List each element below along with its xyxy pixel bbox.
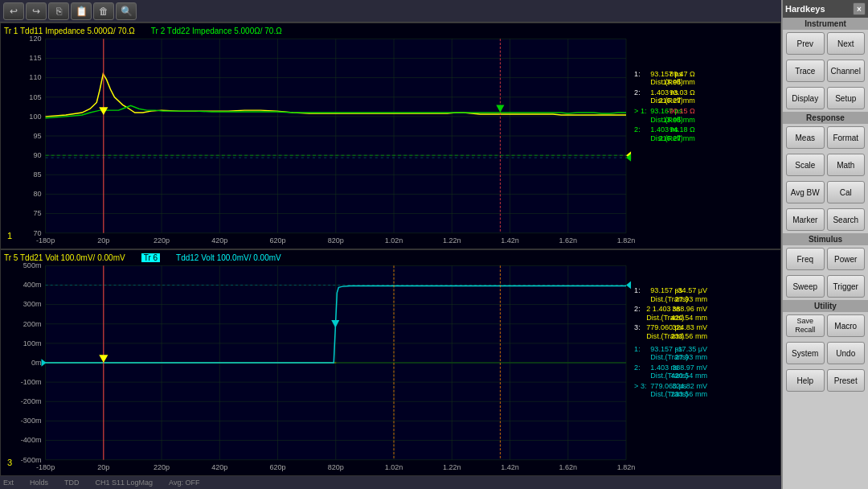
svg-text:20p: 20p bbox=[97, 463, 109, 471]
svg-text:-500m: -500m bbox=[21, 456, 42, 464]
svg-text:-90.15 Ω: -90.15 Ω bbox=[667, 107, 695, 115]
svg-text:100m: 100m bbox=[23, 339, 42, 347]
toolbar-undo[interactable]: ↩ bbox=[3, 2, 24, 20]
svg-text:1:: 1: bbox=[634, 70, 641, 78]
svg-text:2:: 2: bbox=[634, 364, 641, 372]
freq-button[interactable]: Freq bbox=[786, 248, 825, 270]
svg-text:420.54 mm: 420.54 mm bbox=[671, 314, 707, 322]
chart2-header: Tr 5 Tdd21 Volt 100.0mV/ 0.00mV Tr 6 Tdd… bbox=[4, 253, 777, 262]
svg-text:3: 3 bbox=[7, 458, 12, 468]
svg-text:85: 85 bbox=[33, 171, 41, 179]
hardkeys-close-button[interactable]: × bbox=[853, 2, 866, 15]
svg-text:94.18 Ω: 94.18 Ω bbox=[669, 125, 695, 134]
svg-text:200m: 200m bbox=[23, 320, 42, 328]
marker-row: Marker Search bbox=[783, 206, 868, 233]
utility-row3: Help Preset bbox=[783, 367, 868, 394]
instrument-row3: Display Setup bbox=[783, 84, 868, 112]
svg-text:80: 80 bbox=[33, 190, 41, 198]
hardkeys-panel: Hardkeys × Instrument Prev Next Trace Ch… bbox=[781, 0, 868, 489]
status-ext: Ext bbox=[3, 479, 14, 487]
scale-button[interactable]: Scale bbox=[786, 154, 825, 176]
svg-text:> 3:: > 3: bbox=[634, 382, 646, 390]
svg-text:1.62n: 1.62n bbox=[559, 463, 577, 471]
svg-text:220p: 220p bbox=[154, 236, 170, 244]
svg-text:1.42n: 1.42n bbox=[501, 236, 519, 244]
svg-text:-100m: -100m bbox=[21, 378, 42, 386]
prev-button[interactable]: Prev bbox=[786, 32, 825, 55]
marker-button[interactable]: Marker bbox=[786, 208, 825, 231]
math-button[interactable]: Math bbox=[827, 154, 866, 176]
toolbar-paste[interactable]: 📋 bbox=[71, 2, 92, 20]
macro-button[interactable]: Macro bbox=[827, 314, 866, 337]
toolbar-zoom[interactable]: 🔍 bbox=[116, 2, 137, 20]
preset-button[interactable]: Preset bbox=[827, 369, 866, 392]
svg-text:-34.57 μV: -34.57 μV bbox=[676, 286, 708, 294]
svg-text:233.56 mm: 233.56 mm bbox=[671, 391, 707, 399]
toolbar-delete[interactable]: 🗑 bbox=[93, 2, 114, 20]
svg-text:> 1:: > 1: bbox=[634, 107, 646, 115]
svg-text:1.22n: 1.22n bbox=[443, 236, 461, 244]
avg-bw-button[interactable]: Avg BW bbox=[786, 181, 825, 203]
chart2-trace5-label: Tr 5 Tdd21 Volt 100.0mV/ 0.00mV bbox=[4, 253, 125, 262]
bottom-status: Ext Holds TDD CH1 S11 LogMag Avg: OFF bbox=[0, 476, 781, 489]
chart2-trace6-label: Tdd12 Volt 100.0mV/ 0.00mV bbox=[176, 253, 281, 262]
svg-text:300m: 300m bbox=[23, 301, 42, 309]
save-recall-button[interactable]: SaveRecall bbox=[786, 314, 825, 337]
search-button[interactable]: Search bbox=[827, 208, 866, 231]
svg-text:620p: 620p bbox=[269, 236, 285, 244]
svg-text:220p: 220p bbox=[154, 463, 170, 471]
system-button[interactable]: System bbox=[786, 342, 825, 364]
toolbar: ↩ ↪ ⎘ 📋 🗑 🔍 bbox=[0, 0, 781, 23]
undo-button[interactable]: Undo bbox=[827, 342, 866, 364]
svg-text:75: 75 bbox=[33, 210, 41, 218]
svg-text:1.22n: 1.22n bbox=[443, 463, 461, 471]
svg-text:420p: 420p bbox=[211, 463, 227, 471]
response-row3: Avg BW Cal bbox=[783, 179, 868, 206]
utility-row1: SaveRecall Macro bbox=[783, 312, 868, 339]
svg-text:110: 110 bbox=[29, 74, 41, 82]
svg-text:115: 115 bbox=[29, 55, 41, 63]
display-button[interactable]: Display bbox=[786, 87, 825, 109]
setup-button[interactable]: Setup bbox=[827, 87, 866, 109]
svg-text:500m: 500m bbox=[23, 261, 42, 269]
stimulus-row2: Sweep Trigger bbox=[783, 273, 868, 300]
svg-text:120: 120 bbox=[29, 35, 41, 43]
svg-text:-300m: -300m bbox=[21, 417, 42, 425]
svg-text:20p: 20p bbox=[97, 236, 109, 244]
svg-text:70: 70 bbox=[33, 229, 41, 237]
format-button[interactable]: Format bbox=[827, 126, 866, 149]
response-row1: Meas Format bbox=[783, 124, 868, 151]
svg-text:820p: 820p bbox=[328, 463, 344, 471]
meas-button[interactable]: Meas bbox=[786, 126, 825, 149]
channel-button[interactable]: Channel bbox=[827, 60, 866, 82]
svg-text:820p: 820p bbox=[328, 236, 344, 244]
chart2-svg: 500m 400m 300m 200m 100m 0m -100m -200m … bbox=[1, 250, 780, 475]
status-avg: Avg: OFF bbox=[169, 479, 199, 487]
svg-text:1: 1 bbox=[7, 232, 12, 241]
svg-text:0m: 0m bbox=[31, 359, 42, 367]
sweep-button[interactable]: Sweep bbox=[786, 275, 825, 298]
hardkeys-title: Hardkeys bbox=[785, 4, 825, 14]
svg-text:1.62n: 1.62n bbox=[559, 236, 577, 244]
chart2-trace6-badge: Tr 6 bbox=[141, 253, 160, 262]
trace-button[interactable]: Trace bbox=[786, 60, 825, 82]
svg-text:-180p: -180p bbox=[36, 236, 55, 244]
svg-text:1:: 1: bbox=[634, 286, 641, 294]
toolbar-copy[interactable]: ⎘ bbox=[48, 2, 69, 20]
svg-text:-180p: -180p bbox=[36, 463, 55, 471]
svg-text:420p: 420p bbox=[211, 236, 227, 244]
svg-text:1.82n: 1.82n bbox=[617, 236, 636, 244]
help-button[interactable]: Help bbox=[786, 369, 825, 392]
next-button[interactable]: Next bbox=[827, 32, 866, 55]
section-response-label: Response bbox=[783, 112, 868, 124]
svg-text:324.82 mV: 324.82 mV bbox=[672, 382, 707, 390]
trigger-button[interactable]: Trigger bbox=[827, 275, 866, 298]
svg-text:2:: 2: bbox=[634, 88, 641, 97]
toolbar-redo[interactable]: ↪ bbox=[26, 2, 47, 20]
svg-text:1:: 1: bbox=[634, 345, 641, 353]
cal-button[interactable]: Cal bbox=[827, 181, 866, 203]
svg-text:-400m: -400m bbox=[21, 437, 42, 445]
power-button[interactable]: Power bbox=[827, 248, 866, 270]
svg-text:1.02n: 1.02n bbox=[385, 236, 403, 244]
section-utility-label: Utility bbox=[783, 300, 868, 312]
